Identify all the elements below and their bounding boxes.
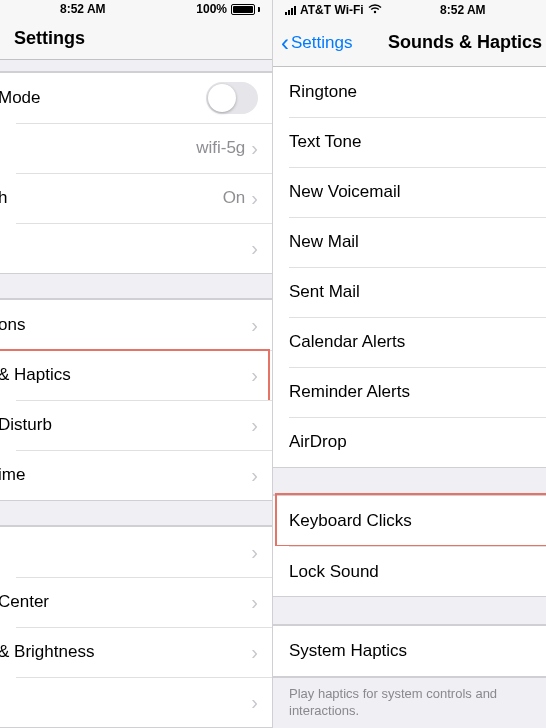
row-label: Sent Mail — [289, 282, 532, 302]
row-label: AirDrop — [289, 432, 532, 452]
status-bar: 8:52 AM 100% — [0, 0, 272, 18]
row-label: Ringtone — [289, 82, 532, 102]
row-label: ons — [0, 315, 251, 335]
row-sent-mail[interactable]: Sent Mail — [273, 267, 546, 317]
row-control-center[interactable]: Center › — [0, 577, 272, 627]
row-cellular[interactable]: › — [0, 223, 272, 273]
row-label: Calendar Alerts — [289, 332, 532, 352]
nav-bar: Settings — [0, 18, 272, 60]
section-gap — [0, 501, 272, 526]
battery-percent: 100% — [196, 2, 227, 16]
row-detail: On — [223, 188, 246, 208]
chevron-right-icon: › — [251, 465, 258, 485]
row-label: Text Tone — [289, 132, 532, 152]
row-keyboard-clicks[interactable]: Keyboard Clicks — [273, 496, 546, 546]
page-title: Sounds & Haptics — [388, 20, 546, 65]
row-label: & Brightness — [0, 642, 251, 662]
row-label: Lock Sound — [289, 562, 532, 582]
row-new-voicemail[interactable]: New Voicemail — [273, 167, 546, 217]
chevron-right-icon: › — [251, 642, 258, 662]
row-screen-time[interactable]: ime › — [0, 450, 272, 500]
row-do-not-disturb[interactable]: Disturb › — [0, 400, 272, 450]
status-time: 8:52 AM — [420, 3, 486, 17]
row-new-mail[interactable]: New Mail — [273, 217, 546, 267]
group-keyboard: Keyboard Clicks Lock Sound — [273, 495, 546, 597]
row-label: Reminder Alerts — [289, 382, 532, 402]
row-general[interactable]: › — [0, 527, 272, 577]
chevron-left-icon: ‹ — [281, 31, 289, 55]
chevron-right-icon: › — [251, 365, 258, 385]
back-label: Settings — [291, 33, 352, 53]
row-bluetooth[interactable]: h On › — [0, 173, 272, 223]
row-wifi[interactable]: wifi-5g › — [0, 123, 272, 173]
section-gap — [0, 274, 272, 299]
row-label: Center — [0, 592, 251, 612]
row-notifications[interactable]: ons › — [0, 300, 272, 350]
row-label: Mode — [0, 88, 206, 108]
row-reminder-alerts[interactable]: Reminder Alerts — [273, 367, 546, 417]
chevron-right-icon: › — [251, 138, 258, 158]
status-time: 8:52 AM — [12, 2, 196, 16]
row-label: New Mail — [289, 232, 532, 252]
signal-icon — [285, 5, 296, 15]
row-calendar-alerts[interactable]: Calendar Alerts — [273, 317, 546, 367]
settings-screen: 8:52 AM 100% Settings Mode wifi-5g › — [0, 0, 273, 728]
group-sounds: Ringtone Text Tone New Voicemail New Mai… — [273, 67, 546, 468]
row-display-brightness[interactable]: & Brightness › — [0, 627, 272, 677]
row-label: Keyboard Clicks — [289, 511, 532, 531]
chevron-right-icon: › — [251, 692, 258, 712]
row-lock-sound[interactable]: Lock Sound — [273, 546, 546, 596]
row-detail: wifi-5g — [196, 138, 245, 158]
row-label: System Haptics — [289, 641, 532, 661]
row-text-tone[interactable]: Text Tone — [273, 117, 546, 167]
row-label: ime — [0, 465, 251, 485]
wifi-icon — [368, 3, 382, 17]
section-gap — [273, 597, 546, 625]
row-sounds-haptics[interactable]: & Haptics › — [0, 350, 272, 400]
group-notifications: ons › & Haptics › Disturb › ime › — [0, 299, 272, 501]
row-ringtone[interactable]: Ringtone — [273, 67, 546, 117]
row-airdrop[interactable]: AirDrop — [273, 417, 546, 467]
chevron-right-icon: › — [251, 542, 258, 562]
row-airplane-mode[interactable]: Mode — [0, 73, 272, 123]
section-gap — [273, 468, 546, 496]
row-label: & Haptics — [0, 365, 251, 385]
chevron-right-icon: › — [251, 188, 258, 208]
row-system-haptics[interactable]: System Haptics — [273, 626, 546, 676]
back-button[interactable]: ‹ Settings — [281, 31, 352, 55]
section-footer: Play haptics for system controls and int… — [273, 677, 546, 728]
status-bar: AT&T Wi-Fi 8:52 AM — [273, 0, 546, 20]
toggle-airplane-mode[interactable] — [206, 82, 258, 114]
row-label: h — [0, 188, 223, 208]
battery-icon — [231, 4, 260, 15]
section-gap — [0, 60, 272, 72]
chevron-right-icon: › — [251, 415, 258, 435]
chevron-right-icon: › — [251, 592, 258, 612]
chevron-right-icon: › — [251, 238, 258, 258]
row-label: New Voicemail — [289, 182, 532, 202]
group-general: › Center › & Brightness › › — [0, 526, 272, 728]
group-connectivity: Mode wifi-5g › h On › › — [0, 72, 272, 274]
sounds-haptics-screen: AT&T Wi-Fi 8:52 AM ‹ Settings Sounds & H… — [273, 0, 546, 728]
chevron-right-icon: › — [251, 315, 258, 335]
group-system-haptics: System Haptics — [273, 625, 546, 677]
page-title: Settings — [0, 28, 272, 49]
nav-bar: ‹ Settings Sounds & Haptics — [273, 20, 546, 66]
row-label: Disturb — [0, 415, 251, 435]
carrier-label: AT&T Wi-Fi — [300, 3, 364, 17]
row-extra[interactable]: › — [0, 677, 272, 727]
